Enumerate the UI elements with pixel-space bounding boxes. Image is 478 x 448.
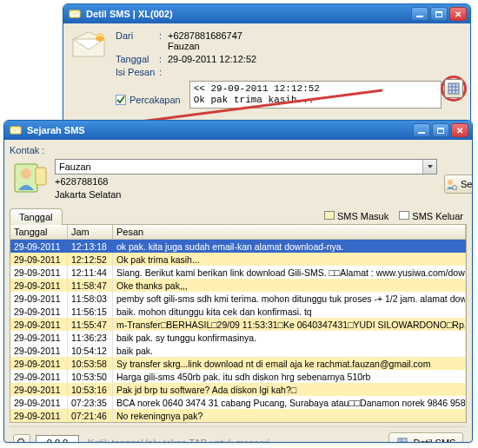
- search-hint: Ketik tanggal lalu tekan TAB untuk menca…: [84, 438, 383, 443]
- dropdown-button[interactable]: [422, 160, 436, 174]
- table-row[interactable]: 29-09-201107:21:46No rekeningnya pak?: [10, 409, 466, 422]
- table-row[interactable]: 29-09-201110:53:50Harga gili-sms 450rb p…: [10, 370, 466, 383]
- minimize-button[interactable]: [411, 7, 428, 21]
- col-jam[interactable]: Jam: [68, 225, 113, 240]
- table-row[interactable]: 29-09-201111:36:23baik pak. sy tunggu ko…: [10, 331, 466, 344]
- grid-body[interactable]: 29-09-201112:13:18ok pak. kita juga suda…: [10, 240, 466, 422]
- grid-header[interactable]: Tanggal Jam Pesan: [10, 225, 466, 240]
- sms-icon: [69, 8, 81, 20]
- window-sejarah-sms: Sejarah SMS ✕ Kontak : +628788168 Jakart…: [3, 120, 473, 443]
- table-row[interactable]: 29-09-201111:58:47Oke thanks pak,,,: [10, 279, 466, 292]
- magnifier-icon: [17, 438, 27, 443]
- window-detil-sms: Detil SMS | XL(002) ✕ Dari: +62878816867…: [63, 3, 471, 127]
- message-body[interactable]: << 29-09-2011 12:12:52 Ok pak trima kasi…: [189, 81, 441, 109]
- legend-sms-keluar: SMS Keluar: [399, 211, 463, 221]
- table-row[interactable]: 29-09-201112:13:18ok pak. kita juga suda…: [10, 240, 466, 253]
- minimize-button[interactable]: [413, 123, 430, 137]
- svg-point-14: [21, 168, 31, 179]
- sms-grid: Tanggal Jam Pesan 29-09-201112:13:18ok p…: [10, 225, 467, 423]
- contact-phone: +628788168: [55, 176, 437, 188]
- detil-sms-button[interactable]: Detil SMS: [388, 432, 463, 443]
- close-button[interactable]: ✕: [449, 7, 467, 21]
- envelope-icon: [70, 32, 107, 62]
- contact-combobox[interactable]: [55, 159, 437, 175]
- message-label: Isi Pesan: [116, 67, 157, 77]
- svg-rect-6: [448, 83, 459, 94]
- from-label: Dari: [116, 30, 157, 41]
- checkbox-icon: [116, 95, 126, 105]
- close-button[interactable]: ✕: [451, 123, 468, 137]
- window-title: Sejarah SMS: [27, 125, 408, 135]
- svg-point-19: [18, 439, 24, 444]
- date-label: Tanggal: [116, 54, 157, 64]
- history-button[interactable]: Sejarah: [444, 175, 473, 194]
- svg-rect-21: [398, 438, 407, 443]
- titlebar[interactable]: Sejarah SMS ✕: [4, 121, 472, 140]
- svg-point-17: [453, 186, 457, 190]
- contact-input[interactable]: [56, 160, 422, 174]
- table-row[interactable]: 29-09-201107:23:35BCA norek 0640 3474 31…: [10, 396, 466, 409]
- table-row[interactable]: 29-09-201111:56:15baik. mohon ditunggu k…: [10, 305, 466, 318]
- grid-icon: [448, 82, 460, 95]
- table-row[interactable]: 29-09-201111:55:47m-Transfer□BERHASIL□29…: [10, 318, 466, 331]
- detail-icon: [396, 437, 408, 443]
- contact-label: Kontak :: [10, 145, 467, 155]
- svg-line-18: [456, 189, 457, 190]
- titlebar[interactable]: Detil SMS | XL(002) ✕: [63, 4, 470, 23]
- history-button[interactable]: [444, 79, 463, 98]
- tab-tanggal[interactable]: Tanggal: [10, 208, 63, 226]
- from-phone: +6287881686747: [168, 30, 242, 41]
- chevron-down-icon: [427, 163, 434, 170]
- history-icon: [10, 124, 22, 136]
- highlight-ring: [441, 76, 467, 102]
- col-tanggal[interactable]: Tanggal: [10, 225, 68, 240]
- table-row[interactable]: 29-09-201112:12:52Ok pak trima kasih...: [10, 253, 466, 266]
- table-row[interactable]: 29-09-201110:54:12baik pak.: [10, 344, 466, 357]
- svg-rect-15: [36, 168, 46, 185]
- table-row[interactable]: 29-09-201111:58:03pemby soft gili-sms sd…: [10, 292, 466, 305]
- legend-sms-masuk: SMS Masuk: [324, 211, 388, 221]
- maximize-button[interactable]: [430, 7, 448, 21]
- table-row[interactable]: 29-09-201110:53:16Pak jd brp tu software…: [10, 383, 466, 396]
- search-input[interactable]: [36, 435, 79, 443]
- window-title: Detil SMS | XL(002): [86, 9, 406, 19]
- col-pesan[interactable]: Pesan: [113, 225, 466, 240]
- search-button[interactable]: [13, 434, 30, 443]
- date-value: 29-09-2011 12:12:52: [168, 54, 463, 64]
- maximize-button[interactable]: [432, 123, 449, 137]
- contact-avatar-icon: [11, 159, 48, 195]
- from-name: Fauzan: [168, 41, 200, 51]
- table-row[interactable]: 29-09-201110:53:58Sy transfer skrg...lin…: [10, 357, 466, 370]
- contact-city: Jakarta Selatan: [55, 189, 437, 201]
- conversation-checkbox[interactable]: Percakapan: [116, 95, 181, 105]
- table-row[interactable]: 29-09-201112:11:44Siang. Berikut kami be…: [10, 266, 466, 279]
- svg-point-16: [448, 180, 453, 185]
- person-search-icon: [445, 178, 457, 190]
